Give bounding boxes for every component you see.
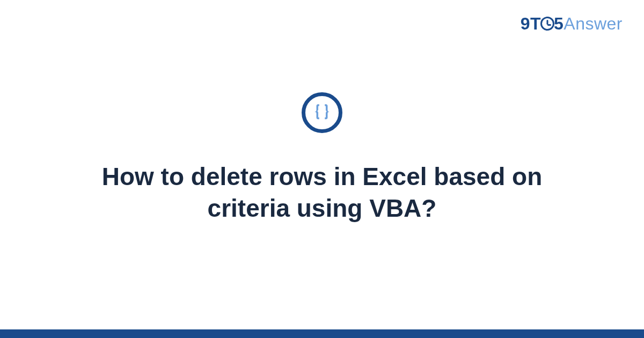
braces-svg <box>311 101 333 124</box>
code-braces-icon <box>302 92 342 133</box>
main-content: How to delete rows in Excel based on cri… <box>0 0 644 338</box>
footer-accent-bar <box>0 329 644 338</box>
question-title: How to delete rows in Excel based on cri… <box>54 161 590 224</box>
category-icon-wrapper <box>302 92 342 133</box>
